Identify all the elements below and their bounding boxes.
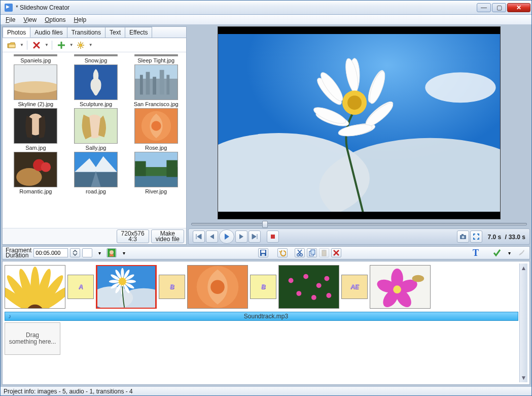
svg-point-62	[300, 254, 303, 256]
thumb-label: Skyline (2).jpg	[18, 101, 53, 107]
clip[interactable]	[5, 265, 65, 309]
save-button[interactable]	[258, 248, 268, 257]
duration-input[interactable]	[33, 248, 68, 257]
tab-effects[interactable]: Effects	[125, 27, 152, 38]
music-note-icon: ♪	[8, 313, 11, 320]
audio-track[interactable]: ♪ Soundtrack.mp3	[5, 312, 518, 321]
chevron-down-icon[interactable]: ▼	[89, 43, 93, 47]
face-crop-button[interactable]	[107, 248, 117, 257]
chevron-down-icon[interactable]: ▼	[69, 43, 74, 47]
clip-selected[interactable]	[96, 265, 157, 309]
thumb-item[interactable]: Skyline (2).jpg	[7, 64, 65, 107]
svg-rect-29	[135, 161, 146, 176]
brush-button[interactable]	[516, 248, 526, 257]
preview-viewport	[218, 26, 501, 219]
close-button[interactable]: ✕	[507, 3, 530, 12]
thumb-label: Spaniels.jpg	[20, 57, 51, 63]
chevron-down-icon[interactable]: ▾	[94, 248, 104, 257]
video-track[interactable]: A B B AE	[5, 263, 518, 310]
timeline: A B B AE ♪ Soundtrack.mp3 Dragsomething …	[2, 261, 530, 385]
cut-button[interactable]	[295, 248, 305, 257]
tab-audio[interactable]: Audio files	[30, 27, 67, 38]
undo-button[interactable]	[277, 248, 288, 257]
drop-zone[interactable]: Dragsomething here...	[5, 322, 60, 355]
tab-text[interactable]: Text	[105, 27, 125, 38]
transition[interactable]: B	[159, 275, 185, 299]
svg-point-95	[210, 280, 225, 294]
chevron-down-icon[interactable]: ▾	[119, 248, 129, 257]
play-button[interactable]	[219, 229, 234, 244]
transition[interactable]: AE	[341, 275, 368, 299]
thumb-item[interactable]: Romantic.jpg	[7, 152, 65, 194]
svg-rect-30	[166, 160, 177, 177]
thumb-item[interactable]: San Francisco.jpg	[127, 64, 185, 107]
text-tool-button[interactable]: T	[471, 248, 481, 257]
first-frame-button[interactable]	[193, 230, 205, 243]
tab-photos[interactable]: Photos	[3, 27, 30, 38]
maximize-button[interactable]: ▢	[492, 3, 506, 12]
svg-point-53	[462, 236, 465, 239]
menu-help[interactable]: Help	[71, 16, 90, 24]
clip[interactable]	[370, 265, 431, 309]
svg-rect-9	[146, 72, 150, 95]
svg-point-56	[110, 250, 114, 254]
fullscreen-button[interactable]	[470, 230, 482, 243]
svg-rect-64	[311, 250, 315, 254]
delete-clip-button[interactable]	[331, 248, 341, 257]
chevron-down-icon[interactable]: ▾	[504, 248, 514, 257]
svg-rect-11	[159, 70, 164, 95]
make-video-button[interactable]: Makevideo file	[151, 229, 184, 243]
timeline-scrollbar[interactable]: ▲▼	[519, 263, 527, 382]
effect-button[interactable]	[75, 40, 87, 51]
thumb-label: Sculpture.jpg	[80, 101, 112, 107]
thumbnail-grid[interactable]: Spaniels.jpg Snow.jpg Sleep Tight.jpg Sk…	[3, 52, 186, 228]
accept-button[interactable]	[492, 248, 502, 257]
last-frame-button[interactable]	[249, 230, 261, 243]
chevron-down-icon[interactable]: ▼	[20, 43, 24, 47]
menu-file[interactable]: File	[3, 16, 18, 24]
thumb-label: River.jpg	[145, 188, 167, 194]
next-button[interactable]	[235, 230, 247, 243]
minimize-button[interactable]: —	[477, 3, 491, 12]
menu-view[interactable]: View	[20, 16, 40, 24]
thumb-item[interactable]: Sally.jpg	[67, 108, 125, 151]
open-folder-button[interactable]	[6, 40, 18, 51]
delete-button[interactable]	[30, 40, 43, 51]
svg-point-99	[316, 283, 322, 288]
resolution-button[interactable]: 720x5764:3	[117, 229, 149, 243]
paste-button[interactable]	[319, 248, 329, 257]
copy-button[interactable]	[307, 248, 317, 257]
transition[interactable]: B	[250, 275, 276, 299]
app-icon	[5, 4, 13, 12]
clip[interactable]	[278, 265, 339, 309]
snapshot-button[interactable]	[457, 230, 469, 243]
svg-rect-8	[140, 75, 143, 94]
thumb-item[interactable]: Sculpture.jpg	[67, 64, 125, 107]
svg-rect-66	[323, 250, 325, 251]
svg-rect-57	[110, 254, 114, 256]
svg-rect-96	[279, 266, 339, 309]
svg-rect-12	[166, 75, 169, 94]
transition[interactable]: A	[67, 275, 94, 299]
chevron-down-icon[interactable]: ▼	[45, 43, 49, 47]
color-swatch[interactable]	[82, 248, 92, 257]
tab-transitions[interactable]: Transitions	[67, 27, 105, 38]
thumb-label: Rose.jpg	[145, 145, 167, 151]
timeline-toolbar: FragmentDuration ▾ ▾ T ▾	[2, 246, 530, 259]
svg-point-1	[79, 44, 82, 47]
thumb-item[interactable]: Rose.jpg	[127, 108, 185, 151]
stop-button[interactable]	[267, 230, 279, 243]
menu-options[interactable]: Options	[42, 16, 68, 24]
thumb-item[interactable]: road.jpg	[67, 152, 125, 194]
add-button[interactable]	[55, 40, 67, 51]
thumb-label: Romantic.jpg	[19, 188, 52, 194]
seek-bar[interactable]	[188, 219, 530, 228]
fragment-duration-label: FragmentDuration	[6, 248, 31, 258]
thumb-item[interactable]: River.jpg	[127, 152, 185, 194]
clip[interactable]	[187, 265, 248, 309]
statusbar: Project info: images - 5, audio - 1, tra…	[1, 386, 531, 395]
prev-button[interactable]	[206, 230, 218, 243]
thumb-item[interactable]: Sam.jpg	[7, 108, 65, 151]
duration-stepper[interactable]	[70, 248, 80, 257]
svg-point-92	[120, 279, 125, 284]
